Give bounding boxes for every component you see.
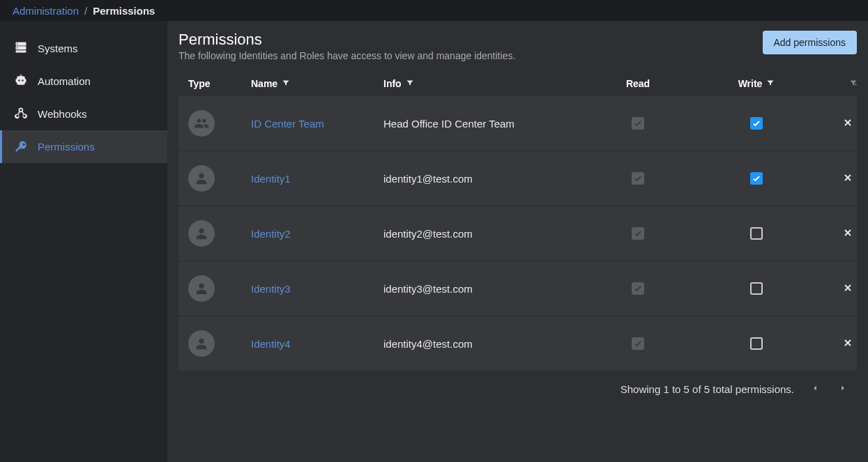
table-header: Type Name Info Read Write <box>178 71 857 96</box>
identity-info: identity3@test.com <box>383 283 579 295</box>
sidebar-item-label: Systems <box>38 43 78 54</box>
read-checkbox <box>632 227 644 240</box>
chevron-left-icon <box>810 383 820 395</box>
sidebar-item-label: Webhooks <box>38 108 87 120</box>
header-info-label: Info <box>383 78 402 89</box>
breadcrumb-current: Permissions <box>93 5 155 17</box>
sidebar-item-systems[interactable]: Systems <box>0 32 167 65</box>
user-avatar-icon <box>188 275 215 302</box>
filter-icon <box>766 78 775 89</box>
identity-info: identity1@test.com <box>383 173 579 185</box>
main-content: Permissions The following Identities and… <box>167 21 868 462</box>
pagination-summary: Showing 1 to 5 of 5 total permissions. <box>620 383 794 395</box>
robot-icon <box>14 73 28 89</box>
server-icon <box>14 40 28 56</box>
sidebar-item-permissions[interactable]: Permissions <box>0 130 167 163</box>
close-icon <box>842 284 853 295</box>
read-checkbox <box>632 117 644 130</box>
breadcrumb-root-link[interactable]: Administration <box>13 5 79 17</box>
sidebar-item-webhooks[interactable]: Webhooks <box>0 98 167 130</box>
page-subtitle: The following Identities and Roles have … <box>178 50 515 61</box>
identity-name-link[interactable]: ID Center Team <box>251 118 324 130</box>
identity-name-link[interactable]: Identity3 <box>251 283 291 295</box>
user-avatar-icon <box>188 220 215 247</box>
prev-page-button[interactable] <box>808 382 822 396</box>
table-row: ID Center TeamHead Office ID Center Team <box>178 96 857 151</box>
write-checkbox[interactable] <box>750 227 763 240</box>
remove-permission-button[interactable] <box>842 172 853 185</box>
sidebar-item-automation[interactable]: Automation <box>0 65 167 98</box>
header-type: Type <box>188 78 251 89</box>
read-checkbox <box>632 282 644 295</box>
header-write[interactable]: Write <box>697 78 816 89</box>
remove-permission-button[interactable] <box>842 282 853 295</box>
clear-filters-button[interactable] <box>816 78 858 89</box>
header-read-label: Read <box>626 78 650 89</box>
identity-info: identity4@test.com <box>383 338 579 350</box>
close-icon <box>842 339 853 351</box>
breadcrumb-separator: / <box>84 5 87 17</box>
close-icon <box>842 118 853 130</box>
filter-icon <box>282 78 290 89</box>
close-icon <box>842 229 853 240</box>
webhook-icon <box>14 106 28 122</box>
chevron-right-icon <box>838 383 848 395</box>
write-checkbox[interactable] <box>750 117 763 130</box>
group-avatar-icon <box>188 110 215 137</box>
header-info[interactable]: Info <box>383 78 579 89</box>
read-checkbox <box>632 172 644 185</box>
table-footer: Showing 1 to 5 of 5 total permissions. <box>178 371 857 399</box>
header-name[interactable]: Name <box>251 78 383 89</box>
remove-permission-button[interactable] <box>842 337 853 351</box>
filter-icon <box>406 78 414 89</box>
sidebar-item-label: Permissions <box>38 141 95 153</box>
write-checkbox[interactable] <box>750 337 763 350</box>
identity-info: Head Office ID Center Team <box>383 118 579 130</box>
user-avatar-icon <box>188 165 215 192</box>
write-checkbox[interactable] <box>750 172 763 185</box>
header-type-label: Type <box>188 78 211 89</box>
identity-name-link[interactable]: Identity2 <box>251 228 291 240</box>
read-checkbox <box>632 337 644 350</box>
identity-name-link[interactable]: Identity1 <box>251 173 291 185</box>
table-row: Identity3identity3@test.com <box>178 261 857 316</box>
header-read: Read <box>579 78 697 89</box>
identity-name-link[interactable]: Identity4 <box>251 338 291 350</box>
close-icon <box>842 174 853 185</box>
page-title: Permissions <box>178 31 515 49</box>
key-icon <box>14 139 28 155</box>
remove-permission-button[interactable] <box>842 117 853 130</box>
write-checkbox[interactable] <box>750 282 763 295</box>
sidebar-item-label: Automation <box>38 75 91 87</box>
remove-permission-button[interactable] <box>842 227 853 240</box>
table-row: Identity2identity2@test.com <box>178 206 857 261</box>
table-row: Identity4identity4@test.com <box>178 316 857 371</box>
breadcrumb: Administration / Permissions <box>0 0 868 21</box>
header-write-label: Write <box>738 78 763 89</box>
sidebar: Systems Automation Webhooks Permissions <box>0 21 167 462</box>
header-name-label: Name <box>251 78 277 89</box>
filter-clear-icon <box>849 78 858 89</box>
permissions-table: Type Name Info Read Write ID Cen <box>178 71 857 371</box>
identity-info: identity2@test.com <box>383 228 579 240</box>
add-permissions-button[interactable]: Add permissions <box>763 31 858 54</box>
next-page-button[interactable] <box>836 382 850 396</box>
table-row: Identity1identity1@test.com <box>178 151 857 206</box>
user-avatar-icon <box>188 330 215 357</box>
